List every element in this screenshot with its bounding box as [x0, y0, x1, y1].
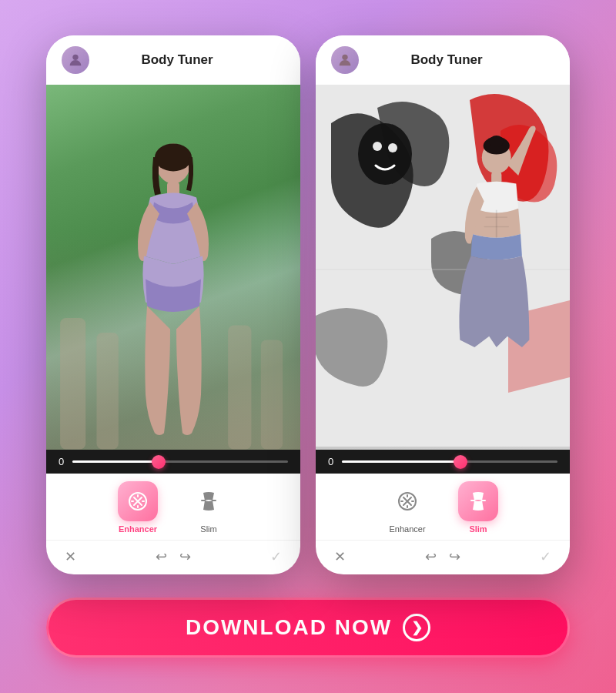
slider-value-left: 0 — [59, 456, 65, 467]
bottom-icons-group-left: ↩ ↪ — [156, 548, 191, 565]
bottom-icons-group-right: ↩ ↪ — [425, 548, 460, 565]
undo-icon-left[interactable]: ↩ — [156, 548, 167, 565]
tool-slim-right[interactable]: Slim — [458, 481, 498, 534]
slim-label-left: Slim — [200, 524, 216, 534]
svg-rect-4 — [60, 318, 85, 450]
svg-point-17 — [489, 136, 504, 147]
tool-enhancer-right[interactable]: Enhancer — [387, 481, 427, 534]
close-icon-right[interactable]: ✕ — [334, 548, 346, 565]
download-label: DOWNLOAD NOW — [186, 615, 392, 640]
slider-thumb-right[interactable] — [454, 455, 467, 469]
svg-rect-6 — [228, 326, 251, 450]
svg-point-2 — [155, 144, 192, 172]
phone-mockup-left: Body Tuner — [46, 35, 300, 574]
download-arrow-icon: ❯ — [403, 614, 430, 641]
phone-bottom-left: ✕ ↩ ↪ ✓ — [46, 540, 300, 574]
slider-area-right: 0 — [316, 450, 570, 474]
tool-enhancer-left[interactable]: Enhancer — [118, 481, 158, 534]
tools-area-left: Enhancer Slim — [46, 474, 300, 540]
svg-point-0 — [72, 55, 78, 60]
slider-fill-right — [342, 460, 460, 463]
download-button[interactable]: DOWNLOAD NOW ❯ — [46, 598, 570, 658]
phone-header-left: Body Tuner — [46, 35, 300, 85]
tool-slim-left[interactable]: Slim — [189, 481, 229, 534]
tools-area-right: Enhancer Slim — [316, 474, 570, 540]
redo-icon-left[interactable]: ↪ — [179, 548, 191, 565]
confirm-icon-right[interactable]: ✓ — [540, 548, 551, 565]
phone-header-right: Body Tuner — [316, 35, 570, 85]
enhancer-label-right: Enhancer — [389, 524, 425, 534]
svg-rect-7 — [261, 340, 283, 450]
phones-container: Body Tuner — [46, 35, 570, 574]
undo-icon-right[interactable]: ↩ — [425, 548, 437, 565]
enhancer-icon-wrap-right — [387, 481, 427, 521]
slim-icon-wrap-left — [189, 481, 229, 521]
phone-title-left: Body Tuner — [97, 52, 257, 68]
phone-title-right: Body Tuner — [367, 52, 527, 68]
enhancer-label-left: Enhancer — [119, 524, 157, 534]
enhancer-icon-wrap-left — [118, 481, 158, 521]
redo-icon-right[interactable]: ↪ — [449, 548, 460, 565]
photo-area-right — [316, 85, 570, 450]
slider-thumb-left[interactable] — [152, 455, 166, 469]
close-icon-left[interactable]: ✕ — [65, 548, 76, 565]
svg-rect-5 — [96, 333, 118, 450]
svg-point-9 — [342, 55, 347, 60]
confirm-icon-left[interactable]: ✓ — [270, 548, 282, 565]
avatar-left — [62, 46, 89, 74]
slim-label-right: Slim — [469, 524, 487, 534]
phone-bottom-right: ✕ ↩ ↪ ✓ — [316, 540, 570, 574]
slider-track-left[interactable] — [72, 460, 288, 463]
svg-point-13 — [388, 143, 397, 152]
svg-point-12 — [373, 142, 382, 151]
slider-fill-left — [72, 460, 159, 463]
svg-point-11 — [358, 123, 412, 185]
avatar-right — [331, 46, 359, 74]
slider-value-right: 0 — [328, 456, 334, 467]
photo-area-left — [46, 85, 300, 450]
slider-track-right[interactable] — [342, 460, 557, 463]
arrow-symbol: ❯ — [411, 619, 423, 636]
phone-mockup-right: Body Tuner — [316, 35, 570, 574]
slim-icon-wrap-right — [458, 481, 498, 521]
slider-area-left: 0 — [46, 450, 300, 474]
